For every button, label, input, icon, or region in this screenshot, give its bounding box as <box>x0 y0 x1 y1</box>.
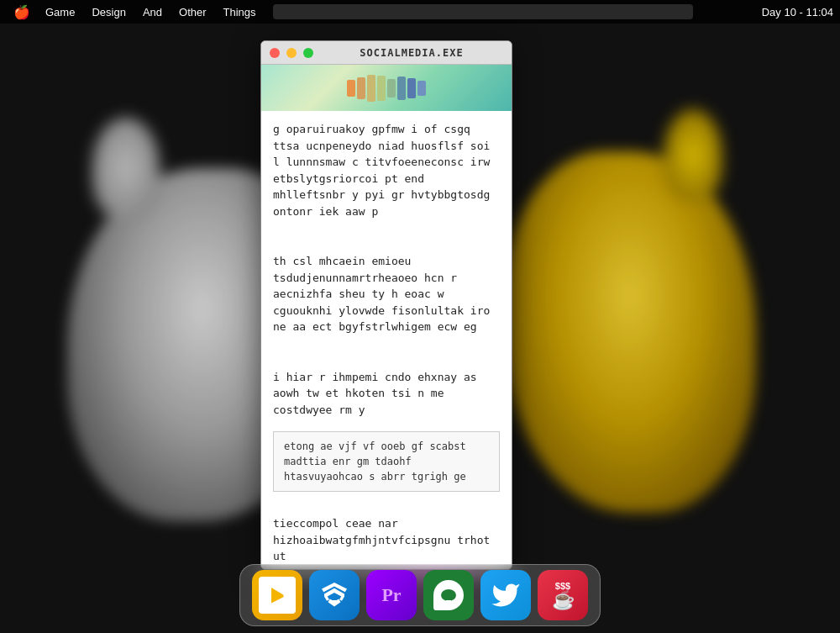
slides-triangle <box>271 588 284 603</box>
dock-icon-appstore[interactable] <box>309 570 360 620</box>
text-block-2: th csl mhcaein emioeu tsdudjenunnamrtrhe… <box>261 243 512 346</box>
dock: Pr $$$ ☕ <box>239 564 601 626</box>
banner-pixel-8 <box>417 81 426 96</box>
twitter-bird-icon <box>491 580 521 610</box>
text-block-5: tieccompol ceae nar hizhoaibwatgfmhjntvf… <box>261 505 512 569</box>
separator-1 <box>261 229 512 243</box>
window-maximize-button[interactable] <box>303 48 313 58</box>
coffee-emoji: ☕ <box>552 591 575 609</box>
dock-icon-premiere[interactable]: Pr <box>366 570 417 620</box>
window-titlebar: SOCIALMEDIA.EXE <box>261 41 512 65</box>
window-banner <box>261 65 512 111</box>
banner-pixel-4 <box>377 76 386 101</box>
dock-icon-hangouts[interactable] <box>423 570 474 620</box>
dock-icon-coffee[interactable]: $$$ ☕ <box>538 570 588 620</box>
banner-pixel-7 <box>407 78 416 98</box>
window-title: SOCIALMEDIA.EXE <box>320 47 503 59</box>
banner-pixel-3 <box>367 75 375 102</box>
menubar-search-input[interactable] <box>273 4 693 19</box>
dock-icon-slides[interactable] <box>252 570 302 620</box>
menu-and[interactable]: And <box>134 4 171 20</box>
text-block-3: i hiar r ihmpemi cndo ehxnay as aowh tw … <box>261 359 512 429</box>
hangouts-bubble <box>433 580 464 610</box>
hangouts-inner <box>441 589 456 601</box>
menubar-datetime: Day 10 - 11:04 <box>762 6 833 18</box>
appstore-icon <box>319 580 349 610</box>
coffee-cup-icon: $$$ ☕ <box>552 582 575 609</box>
text-block-1: g oparuiruakoy gpfmw i of csgq ttsa ucnp… <box>261 111 512 229</box>
premiere-label: Pr <box>381 584 401 606</box>
menu-other[interactable]: Other <box>171 4 215 20</box>
banner-pixel-6 <box>397 76 406 100</box>
menubar-left: 🍎 Game Design And Other Things <box>7 3 762 22</box>
banner-pixels <box>347 75 426 102</box>
banner-pixel-5 <box>387 79 396 98</box>
quote-block: etong ae vjf vf ooeb gf scabst madttia e… <box>273 431 500 492</box>
unicorn-right-decoration <box>504 151 756 513</box>
menu-design[interactable]: Design <box>83 4 134 20</box>
separator-2 <box>261 346 512 359</box>
apple-menu[interactable]: 🍎 <box>7 3 37 22</box>
menu-things[interactable]: Things <box>215 4 265 20</box>
window-content[interactable]: g oparuiruakoy gpfmw i of csgq ttsa ucnp… <box>261 65 512 569</box>
slides-icon-inner <box>262 578 292 612</box>
socialmedia-window: SOCIALMEDIA.EXE g oparuiruakoy gpfmw i o… <box>260 40 512 570</box>
banner-pixel-2 <box>357 77 365 99</box>
menubar-right: Day 10 - 11:04 <box>762 6 833 18</box>
window-close-button[interactable] <box>270 48 280 58</box>
menu-game[interactable]: Game <box>37 4 83 20</box>
banner-pixel-1 <box>347 80 355 97</box>
menubar: 🍎 Game Design And Other Things Day 10 - … <box>0 0 840 24</box>
window-minimize-button[interactable] <box>286 48 297 58</box>
dock-icon-twitter[interactable] <box>480 570 531 620</box>
